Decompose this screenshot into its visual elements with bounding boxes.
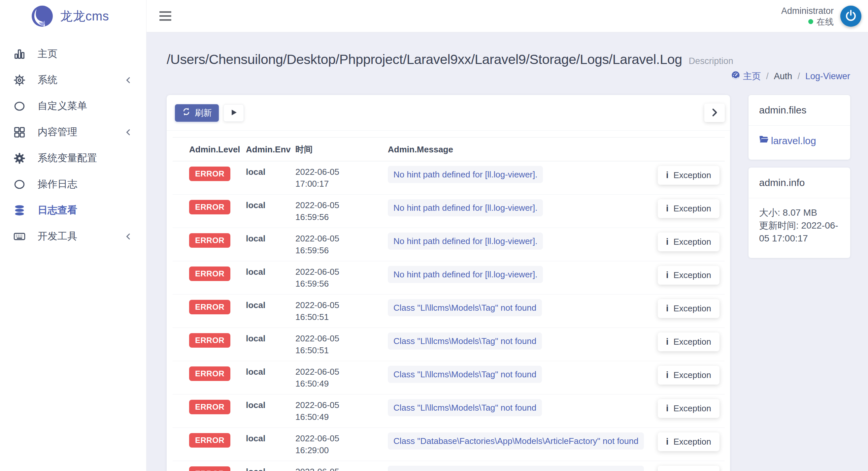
env-cell: local [242, 361, 291, 395]
log-message-link[interactable]: Class "Ll\llcms\Models\Tag" not found [388, 399, 542, 416]
info-icon: i [666, 270, 669, 280]
sidebar-item-label: 主页 [38, 47, 132, 61]
log-message-link[interactable]: Class "Database\Factories\App\Models\Art… [388, 432, 644, 449]
table-row: ERROR local 2022-06-05 16:59:56 No hint … [173, 261, 725, 295]
file-size-text: 大小: 8.07 MB [759, 206, 840, 219]
log-card: 刷新 [167, 95, 730, 471]
files-card: admin.files laravel.log [748, 95, 850, 160]
breadcrumb-separator: / [797, 71, 800, 81]
page-subtitle: Description [689, 56, 733, 66]
column-header-action [654, 138, 725, 161]
table-row: ERROR local 2022-06-05 17:00:17 No hint … [173, 161, 725, 195]
play-icon [230, 108, 238, 117]
exception-button[interactable]: i Exception [658, 199, 719, 218]
env-cell: local [242, 228, 291, 261]
sidebar-item-system-variables[interactable]: 系统变量配置 [0, 145, 146, 171]
log-message-link[interactable]: Class "Ll\llcms\Models\Tag" not found [388, 299, 542, 316]
exception-button[interactable]: i Exception [658, 333, 719, 351]
play-button[interactable] [223, 104, 244, 122]
online-label: 在线 [816, 16, 834, 27]
breadcrumb-item-auth: Auth [774, 71, 793, 81]
sidebar-item-custom-menu[interactable]: 自定义菜单 [0, 93, 146, 119]
log-file-link[interactable]: laravel.log [758, 134, 816, 147]
circle-icon [12, 99, 26, 113]
time-cell: 2022-06-05 17:00:17 [291, 161, 384, 195]
level-badge: ERROR [189, 267, 230, 281]
breadcrumb-home-link[interactable]: 主页 [731, 70, 761, 82]
topbar-user: Administrator 在线 [781, 5, 862, 27]
log-message-link[interactable]: Class "Ll\llcms\Models\Tag" not found [388, 333, 542, 349]
table-row: ERROR local 2022-06-05 16:50:49 Class "L… [173, 361, 725, 395]
sidebar-item-content-management[interactable]: 内容管理 [0, 119, 146, 145]
exception-button[interactable]: i Exception [658, 432, 719, 451]
sidebar-item-label: 开发工具 [38, 230, 124, 243]
time-cell: 2022-06-05 16:50:49 [291, 361, 384, 395]
table-row: ERROR local 2022-06-05 16:59:56 No hint … [173, 228, 725, 261]
file-updated-text: 更新时间: 2022-06-05 17:00:17 [759, 219, 840, 245]
gear-solid-icon [12, 152, 26, 165]
grid-icon [12, 125, 26, 139]
exception-button[interactable]: i Exception [658, 233, 719, 251]
next-page-button[interactable] [704, 104, 725, 122]
sidebar-item-operation-log[interactable]: 操作日志 [0, 171, 146, 197]
log-message-link[interactable]: No hint path defined for [ll.log-viewer]… [388, 199, 543, 216]
level-badge: ERROR [189, 400, 230, 414]
log-message-link[interactable]: No hint path defined for [ll.log-viewer]… [388, 266, 543, 283]
keyboard-icon [12, 230, 26, 243]
sidebar-item-log-viewer[interactable]: 日志查看 [0, 197, 146, 223]
breadcrumb: 主页 / Auth / Log-Viewer [167, 71, 850, 82]
sidebar-item-dev-tools[interactable]: 开发工具 [0, 223, 146, 249]
breadcrumb-current-link[interactable]: Log-Viewer [805, 71, 850, 81]
time-cell: 2022-06-05 16:59:56 [291, 228, 384, 261]
level-badge: ERROR [189, 200, 230, 214]
level-badge: ERROR [189, 233, 230, 248]
brand-name: 龙龙cms [60, 8, 109, 25]
refresh-button[interactable]: 刷新 [175, 104, 219, 122]
page-title: /Users/Chensuilong/Desktop/Phpproject/La… [167, 51, 682, 68]
exception-button[interactable]: i Exception [658, 166, 719, 185]
info-card: admin.info 大小: 8.07 MB 更新时间: 2022-06-05 … [748, 168, 850, 258]
username: Administrator [781, 5, 834, 16]
log-message-link[interactable]: No hint path defined for [ll.log-viewer]… [388, 233, 543, 250]
sidebar-item-home[interactable]: 主页 [0, 41, 146, 67]
breadcrumb-separator: / [766, 71, 769, 81]
right-panel: admin.files laravel.log [748, 95, 850, 258]
time-cell: 2022-06-05 16:59:56 [291, 261, 384, 295]
info-icon: i [666, 303, 669, 314]
level-badge: ERROR [189, 466, 230, 471]
app: 龙龙cms 主页 [0, 0, 868, 471]
exception-button[interactable]: i Exception [658, 466, 719, 471]
sidebar-item-label: 系统 [38, 73, 124, 87]
time-cell: 2022-06-05 [291, 461, 384, 471]
log-message-link[interactable]: No hint path defined for [ll.log-viewer]… [388, 166, 543, 183]
exception-button[interactable]: i Exception [658, 399, 719, 418]
refresh-icon [182, 107, 191, 119]
sidebar-item-system[interactable]: 系统 [0, 67, 146, 93]
table-header-row: Admin.Level Admin.Env 时间 Admin.Message [173, 138, 725, 161]
dashboard-icon [731, 71, 740, 82]
table-row: ERROR local 2022-06-05 16:29:00 Class "D… [173, 428, 725, 461]
online-status: 在线 [781, 16, 834, 27]
exception-button[interactable]: i Exception [658, 299, 719, 318]
level-badge: ERROR [189, 333, 230, 348]
chevron-left-icon [124, 76, 132, 84]
log-table-body: ERROR local 2022-06-05 17:00:17 No hint … [173, 161, 725, 471]
info-icon: i [666, 170, 669, 180]
table-row: ERROR local 2022-06-05 16:59:56 No hint … [173, 195, 725, 228]
info-icon: i [666, 370, 669, 380]
exception-button[interactable]: i Exception [658, 266, 719, 284]
sidebar: 龙龙cms 主页 [0, 0, 146, 471]
env-cell: local [242, 328, 291, 361]
folder-open-icon [758, 134, 769, 147]
info-icon: i [666, 337, 669, 347]
sidebar-item-label: 系统变量配置 [38, 152, 132, 165]
log-message-link[interactable]: Class "Ll\llcms\Models\Tag" not found [388, 366, 542, 383]
avatar[interactable] [840, 6, 861, 27]
hamburger-menu-icon[interactable] [159, 11, 171, 21]
brand[interactable]: 龙龙cms [0, 0, 146, 32]
table-row: ERROR local 2022-06-05 Class "Database\F… [173, 461, 725, 471]
env-cell: local [242, 295, 291, 328]
log-message-link[interactable]: Class "Database\Factories\App\Models\Art… [388, 466, 644, 471]
info-icon: i [666, 203, 669, 214]
exception-button[interactable]: i Exception [658, 366, 719, 384]
